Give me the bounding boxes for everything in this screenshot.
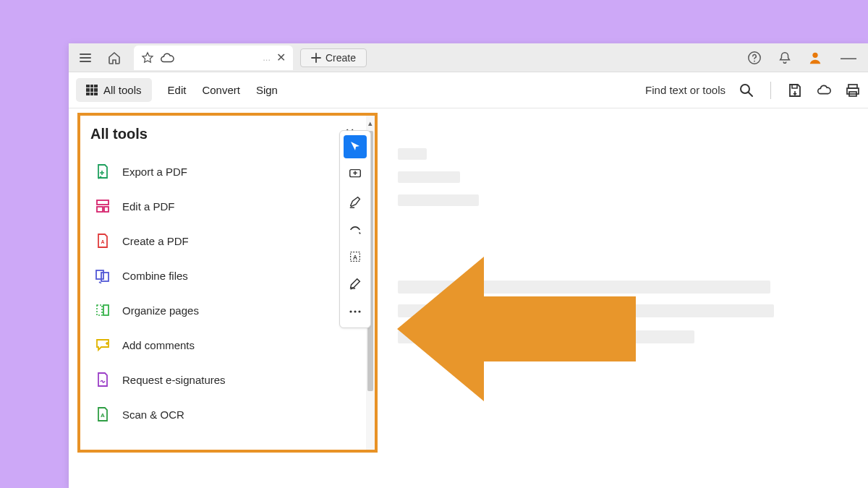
tool-list: Export a PDF Edit a PDF A Create a PDF xyxy=(90,155,359,443)
svg-text:A: A xyxy=(101,412,105,419)
svg-point-20 xyxy=(354,310,356,312)
tool-label: Combine files xyxy=(122,270,188,282)
svg-point-21 xyxy=(358,310,360,312)
print-icon[interactable] xyxy=(845,82,861,98)
tool-export-pdf[interactable]: Export a PDF xyxy=(90,155,352,187)
request-sign-icon xyxy=(95,372,111,388)
profile-button[interactable] xyxy=(803,46,827,70)
all-tools-button[interactable]: All tools xyxy=(76,78,152,102)
tool-label: Create a PDF xyxy=(122,235,189,247)
tool-create-pdf[interactable]: A Create a PDF xyxy=(90,225,352,257)
quick-toolbar: A xyxy=(339,130,371,328)
search-icon[interactable] xyxy=(739,82,754,98)
find-text-label[interactable]: Find text or tools xyxy=(645,84,726,96)
tool-label: Organize pages xyxy=(122,304,199,317)
scroll-up-icon[interactable]: ▴ xyxy=(368,116,373,131)
app-window: ... ✕ Create — All to xyxy=(69,43,868,488)
plus-icon xyxy=(311,53,321,63)
grid-icon xyxy=(86,85,98,96)
all-tools-panel: All tools ✕ Export a PDF Edit a PDF xyxy=(77,113,378,453)
text-placeholder xyxy=(398,194,479,206)
svg-point-1 xyxy=(754,60,755,61)
notifications-button[interactable] xyxy=(773,46,797,70)
tool-combine-files[interactable]: Combine files xyxy=(90,260,352,291)
document-tab[interactable]: ... ✕ xyxy=(134,46,293,70)
draw-tool[interactable] xyxy=(344,218,367,241)
svg-rect-9 xyxy=(104,207,109,212)
cloud-icon xyxy=(160,52,174,64)
more-tools[interactable] xyxy=(344,300,367,323)
svg-text:A: A xyxy=(353,254,357,261)
svg-rect-7 xyxy=(97,200,109,205)
star-icon[interactable] xyxy=(141,51,154,64)
create-label: Create xyxy=(326,52,356,64)
content-area: All tools ✕ Export a PDF Edit a PDF xyxy=(69,108,868,488)
select-tool[interactable] xyxy=(344,135,367,158)
all-tools-label: All tools xyxy=(103,84,142,96)
svg-rect-11 xyxy=(96,270,103,279)
tool-label: Add comments xyxy=(122,339,195,351)
text-placeholder xyxy=(398,148,427,160)
svg-point-3 xyxy=(741,85,749,93)
export-pdf-icon xyxy=(95,163,111,179)
annotation-arrow xyxy=(397,257,643,401)
highlight-tool[interactable] xyxy=(344,190,367,213)
tool-label: Export a PDF xyxy=(122,166,187,178)
svg-point-19 xyxy=(349,310,352,312)
text-select-tool[interactable]: A xyxy=(344,245,367,268)
tool-scan-ocr[interactable]: A Scan & OCR xyxy=(90,398,352,430)
toolbar: All tools Edit Convert Sign Find text or… xyxy=(69,72,868,108)
menu-sign[interactable]: Sign xyxy=(256,84,278,96)
sign-tool[interactable] xyxy=(344,273,367,296)
create-pdf-icon: A xyxy=(95,233,111,249)
svg-point-2 xyxy=(812,52,817,57)
cloud-save-icon[interactable] xyxy=(816,82,832,98)
tool-label: Scan & OCR xyxy=(122,408,184,421)
svg-rect-14 xyxy=(103,305,109,315)
tool-label: Edit a PDF xyxy=(122,200,175,213)
toolbar-divider xyxy=(770,82,771,99)
add-comments-icon xyxy=(95,337,111,353)
organize-pages-icon xyxy=(95,302,111,318)
comment-tool[interactable] xyxy=(344,163,367,186)
save-icon[interactable] xyxy=(787,82,803,98)
tool-label: Request e-signatures xyxy=(122,374,226,386)
help-button[interactable] xyxy=(742,46,767,70)
tool-edit-pdf[interactable]: Edit a PDF xyxy=(90,190,352,222)
combine-files-icon xyxy=(95,267,111,283)
minimize-button[interactable]: — xyxy=(833,48,864,67)
home-button[interactable] xyxy=(102,46,127,70)
tool-organize-pages[interactable]: Organize pages xyxy=(90,294,352,326)
svg-text:A: A xyxy=(101,239,104,244)
hamburger-menu-button[interactable] xyxy=(73,46,98,70)
tool-request-signatures[interactable]: Request e-signatures xyxy=(90,364,352,395)
text-placeholder xyxy=(398,171,460,183)
scan-ocr-icon: A xyxy=(95,406,111,422)
titlebar: ... ✕ Create — xyxy=(69,43,868,72)
svg-rect-13 xyxy=(97,305,102,315)
tool-add-comments[interactable]: Add comments xyxy=(90,329,352,361)
tab-title-suffix: ... xyxy=(180,52,271,63)
menu-convert[interactable]: Convert xyxy=(202,84,240,96)
svg-rect-12 xyxy=(101,273,109,281)
close-tab-button[interactable]: ✕ xyxy=(276,51,286,64)
edit-pdf-icon xyxy=(95,198,111,214)
create-button[interactable]: Create xyxy=(300,48,367,67)
svg-rect-8 xyxy=(97,207,103,212)
menu-edit[interactable]: Edit xyxy=(168,84,187,96)
panel-title: All tools xyxy=(90,126,359,142)
